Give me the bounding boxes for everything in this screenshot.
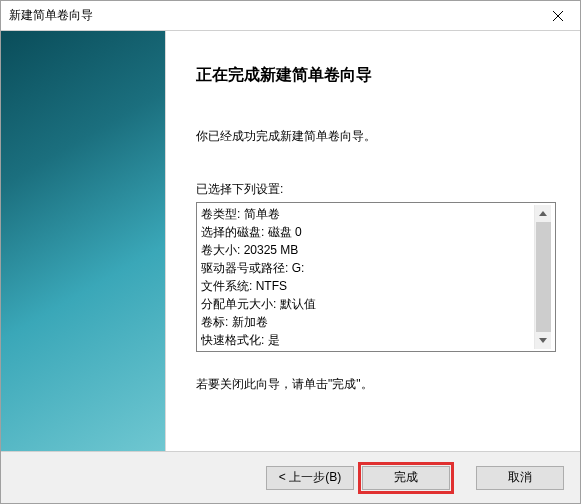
titlebar: 新建简单卷向导	[1, 1, 580, 31]
content-panel: 正在完成新建简单卷向导 你已经成功完成新建简单卷向导。 已选择下列设置: 卷类型…	[166, 31, 580, 451]
settings-label: 已选择下列设置:	[196, 181, 556, 198]
closing-text: 若要关闭此向导，请单击"完成"。	[196, 376, 556, 393]
scroll-thumb[interactable]	[536, 222, 551, 332]
body-area: 正在完成新建简单卷向导 你已经成功完成新建简单卷向导。 已选择下列设置: 卷类型…	[1, 31, 580, 451]
wizard-side-graphic	[1, 31, 166, 451]
scroll-down-button[interactable]	[535, 332, 552, 349]
chevron-down-icon	[539, 338, 547, 343]
chevron-up-icon	[539, 211, 547, 216]
wizard-window: 新建简单卷向导 正在完成新建简单卷向导 你已经成功完成新建简单卷向导。 已选择下…	[0, 0, 581, 504]
finish-button[interactable]: 完成	[362, 466, 450, 490]
window-title: 新建简单卷向导	[1, 7, 535, 24]
page-heading: 正在完成新建简单卷向导	[196, 65, 556, 86]
scrollbar[interactable]	[534, 205, 551, 349]
close-button[interactable]	[535, 1, 580, 30]
scroll-up-button[interactable]	[535, 205, 552, 222]
back-button[interactable]: < 上一步(B)	[266, 466, 354, 490]
settings-lines: 卷类型: 简单卷 选择的磁盘: 磁盘 0 卷大小: 20325 MB 驱动器号或…	[201, 205, 534, 349]
intro-text: 你已经成功完成新建简单卷向导。	[196, 128, 556, 145]
svg-marker-3	[539, 338, 547, 343]
svg-marker-2	[539, 211, 547, 216]
settings-listbox[interactable]: 卷类型: 简单卷 选择的磁盘: 磁盘 0 卷大小: 20325 MB 驱动器号或…	[196, 202, 556, 352]
cancel-button[interactable]: 取消	[476, 466, 564, 490]
footer: < 上一步(B) 完成 取消	[1, 451, 580, 503]
close-icon	[553, 11, 563, 21]
